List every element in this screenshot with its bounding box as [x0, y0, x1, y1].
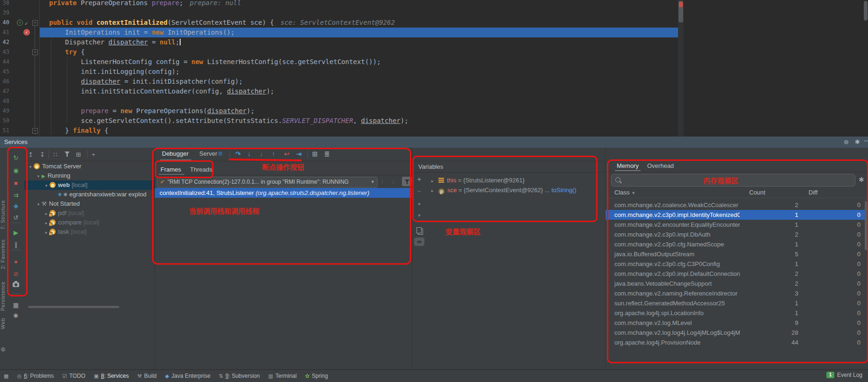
statusbar-item-6-problems[interactable]: ◎6: Problems: [17, 373, 54, 379]
stack-frame-row[interactable]: contextInitialized:41, StrutsListener (o…: [155, 188, 412, 198]
collapse-all-icon[interactable]: ↧: [40, 151, 45, 158]
tree-item[interactable]: ▸task [local]: [24, 227, 154, 237]
line-number[interactable]: 41: [1, 28, 9, 37]
memory-scrollbar-thumb[interactable]: [865, 201, 867, 250]
memory-class-row[interactable]: com.mchange.v2.log.log4j.Log4jMLog$Log4j…: [605, 328, 866, 338]
tab-server[interactable]: Server: [199, 150, 217, 157]
line-number[interactable]: 38: [1, 0, 9, 8]
chevron-icon[interactable]: ▾: [27, 162, 34, 172]
view-menu-icon[interactable]: ≡: [218, 150, 222, 158]
code-line[interactable]: 46dispatcher = init.initDispatcher(confi…: [0, 77, 868, 86]
web-globe-icon[interactable]: ◍: [1, 346, 6, 352]
thread-selector[interactable]: ✔"RMI TCP Connection(2)-127.0.0.1... in …: [157, 177, 378, 187]
code-line[interactable]: 42Dispatcher dispatcher = null;: [0, 37, 868, 47]
code-line[interactable]: 45init.initLogging(config);: [0, 67, 868, 77]
tab-debugger[interactable]: Debugger: [162, 150, 189, 157]
memory-class-row[interactable]: org.apache.log4j.ProvisionNode440: [605, 338, 866, 347]
step-out-icon[interactable]: ↑: [272, 150, 275, 158]
code-line[interactable]: 50sce.getServletContext().setAttribute(S…: [0, 116, 868, 126]
resume-icon[interactable]: ⇉: [7, 192, 24, 199]
help-icon[interactable]: ⊚: [844, 138, 849, 146]
line-number[interactable]: 51: [1, 126, 9, 136]
run-to-cursor-icon[interactable]: ⇥: [296, 150, 302, 158]
rerun-icon[interactable]: ↻: [7, 154, 24, 162]
code-line[interactable]: 47init.initStaticContentLoader(config, d…: [0, 86, 868, 96]
chevron-icon[interactable]: ▸: [429, 176, 436, 186]
breakpoint-icon[interactable]: ✓: [23, 29, 30, 36]
add-service-icon[interactable]: +: [92, 151, 95, 158]
tab-memory[interactable]: Memory: [617, 162, 639, 169]
line-number[interactable]: 44: [1, 57, 9, 67]
statusbar-item-terminal[interactable]: ▥Terminal: [268, 373, 297, 379]
add-watch-icon[interactable]: +: [412, 175, 426, 183]
tree-item[interactable]: ▾⚒Not Started: [24, 199, 154, 209]
layout-settings-icon[interactable]: ≣: [324, 150, 330, 158]
refresh-icon[interactable]: ↺: [7, 214, 24, 222]
prev-frame-icon[interactable]: ↑: [380, 178, 384, 185]
line-number[interactable]: 45: [1, 67, 9, 77]
memory-class-row[interactable]: com.mchange.v2.log.MLevel90: [605, 318, 866, 328]
step-into-icon[interactable]: ↓: [248, 150, 251, 158]
column-diff[interactable]: Diff: [809, 189, 817, 196]
statusbar-item-java-enterprise[interactable]: ◆Java Enterprise: [165, 373, 211, 379]
toolwindow-toggle-icon[interactable]: ▦: [4, 373, 8, 379]
memory-class-row[interactable]: com.mchange.v2.coalesce.WeakCcCoalescer2…: [605, 200, 866, 210]
code-line[interactable]: 40↑✓−public void contextInitialized(Serv…: [0, 18, 868, 28]
resume-program-icon[interactable]: ▶: [7, 229, 24, 237]
memory-class-row[interactable]: com.mchange.v2.c3p0.cfg.C3P0Config10: [605, 259, 866, 269]
line-number[interactable]: 49: [1, 106, 9, 116]
memory-class-row[interactable]: org.apache.log4j.spi.LocationInfo10: [605, 308, 866, 318]
statusbar-item-spring[interactable]: ✿Spring: [305, 373, 328, 379]
chevron-icon[interactable]: ▾: [35, 172, 42, 181]
code-line[interactable]: 49prepare = new PrepareOperations(dispat…: [0, 106, 868, 116]
memory-class-row[interactable]: com.mchange.v2.naming.ReferenceIndirecto…: [605, 288, 866, 298]
force-step-into-icon[interactable]: ↓: [260, 150, 263, 158]
tree-item[interactable]: ❖✱egrantshanxiweb:war explod: [24, 190, 154, 199]
chevron-icon[interactable]: ▸: [429, 186, 436, 196]
line-number[interactable]: 48: [1, 96, 9, 106]
hide-library-frames-button[interactable]: [402, 177, 412, 186]
column-class[interactable]: Class ▼: [614, 189, 635, 196]
memory-class-row[interactable]: com.mchange.v2.c3p0.impl.DefaultConnecti…: [605, 269, 866, 279]
variable-row[interactable]: ▸this = {StrutsListener@9261}: [429, 175, 525, 185]
tostring-link[interactable]: toString(): [551, 187, 576, 194]
memory-class-row[interactable]: com.mchange.v2.c3p0.impl.DbAuth20: [605, 230, 866, 239]
stop-icon[interactable]: ■: [7, 180, 24, 187]
memory-class-row[interactable]: com.mchange.v2.c3p0.cfg.NamedScope10: [605, 239, 866, 249]
tree-hscrollbar[interactable]: [28, 306, 119, 308]
settings-icon[interactable]: ✱: [7, 312, 24, 320]
tab-threads[interactable]: Threads: [190, 166, 212, 173]
code-editor[interactable]: 38private PrepareOperations prepare;prep…: [0, 0, 868, 137]
add-frame-icon[interactable]: ⊞: [76, 151, 81, 158]
group-by-icon[interactable]: ∷: [53, 151, 57, 158]
remove-watch-icon[interactable]: −: [412, 187, 426, 195]
line-number[interactable]: 46: [1, 77, 9, 86]
statusbar-item-8-services[interactable]: ▣8: Services: [94, 373, 129, 379]
code-line[interactable]: 51−} finally {: [0, 126, 868, 136]
code-line[interactable]: 48: [0, 96, 868, 106]
hide-icon[interactable]: —: [864, 137, 868, 144]
line-number[interactable]: 42: [1, 37, 9, 47]
pause-icon[interactable]: ∥: [7, 241, 24, 249]
code-line[interactable]: 43−try {: [0, 47, 868, 57]
memory-class-row[interactable]: java.beans.VetoableChangeSupport20: [605, 279, 866, 288]
memory-class-row[interactable]: com.mchange.v2.encounter.EqualityEncount…: [605, 220, 866, 230]
memory-class-row[interactable]: java.io.BufferedOutputStream50: [605, 249, 866, 259]
line-number[interactable]: 47: [1, 86, 9, 96]
tree-item[interactable]: ▸pdf [local]: [24, 209, 154, 218]
variable-row[interactable]: ▸psce = {ServletContextEvent@9262} ... t…: [429, 185, 576, 195]
line-number[interactable]: 43: [1, 47, 9, 57]
column-count[interactable]: Count: [749, 189, 766, 196]
drop-frame-icon[interactable]: ↩: [284, 150, 290, 158]
next-frame-icon[interactable]: ↓: [392, 178, 395, 185]
layout-icon[interactable]: ▦: [7, 302, 24, 309]
copy-icon[interactable]: [416, 227, 422, 233]
chevron-icon[interactable]: ▾: [35, 200, 42, 209]
line-number[interactable]: 39: [1, 8, 9, 18]
stripe-persistence[interactable]: Persistence: [0, 281, 7, 311]
services-view-icon[interactable]: ❖: [7, 203, 24, 210]
statusbar-item-9-subversion[interactable]: ⇅9: Subversion: [219, 373, 260, 379]
statusbar-item-todo[interactable]: ☑TODO: [62, 373, 85, 379]
code-line[interactable]: 38private PrepareOperations prepare;prep…: [0, 0, 868, 8]
editor-scrollbar-thumb-right[interactable]: [864, 1, 868, 21]
